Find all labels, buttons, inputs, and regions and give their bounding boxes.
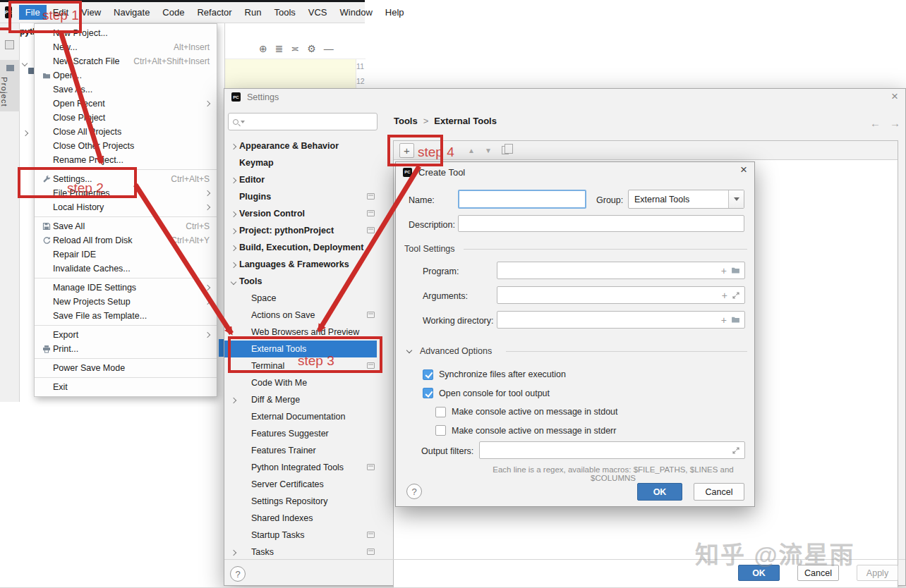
checkbox-row-make-console-active-on-message-in-stdout[interactable]: Make console active on message in stdout (435, 403, 726, 422)
chevron-right-icon[interactable] (230, 547, 237, 557)
menubar-item-vcs[interactable]: VCS (302, 5, 334, 20)
tool-window-icon[interactable] (5, 40, 14, 49)
settings-tree-item-features-trainer[interactable]: Features Trainer (224, 442, 382, 459)
output-filters-input[interactable] (481, 443, 716, 457)
create-tool-title-bar[interactable]: PC Create Tool × (396, 162, 754, 182)
settings-tree-item-tasks[interactable]: Tasks (224, 544, 382, 561)
menu-item-save-as[interactable]: Save As... (35, 82, 217, 97)
menu-item-close-other-projects[interactable]: Close Other Projects (35, 139, 217, 153)
checkbox-checked-icon[interactable] (423, 369, 433, 380)
chevron-right-icon[interactable] (230, 226, 237, 235)
arguments-field[interactable]: + (497, 286, 745, 304)
menu-item-save-file-as-template[interactable]: Save File as Template... (35, 309, 217, 323)
menubar-item-tools[interactable]: Tools (267, 5, 301, 20)
checkbox-checked-icon[interactable] (423, 388, 433, 398)
settings-search-input[interactable] (228, 113, 378, 130)
menu-item-invalidate-caches[interactable]: Invalidate Caches... (35, 262, 217, 276)
insert-macro-icon[interactable]: + (721, 265, 727, 276)
menu-item-exit[interactable]: Exit (35, 380, 217, 394)
chevron-right-icon[interactable] (23, 130, 28, 136)
chevron-right-icon[interactable] (230, 243, 237, 252)
arguments-input[interactable] (499, 288, 716, 302)
copy-icon[interactable] (502, 146, 509, 154)
menu-item-manage-ide-settings[interactable]: Manage IDE Settings (35, 281, 217, 295)
add-tool-button[interactable]: + (399, 143, 414, 158)
settings-tree-item-python-integrated-tools[interactable]: Python Integrated Tools (224, 459, 382, 476)
settings-tree-item-languages-frameworks[interactable]: Languages & Frameworks (224, 256, 382, 273)
cancel-button[interactable]: Cancel (694, 483, 744, 501)
settings-tree-item-server-certificates[interactable]: Server Certificates (224, 476, 382, 493)
menubar-item-navigate[interactable]: Navigate (107, 5, 156, 20)
settings-tree-item-tools[interactable]: Tools (224, 273, 382, 290)
menu-item-new-projects-setup[interactable]: New Projects Setup (35, 295, 217, 309)
advanced-options-collapse-icon[interactable] (406, 348, 412, 353)
forward-arrow-icon[interactable]: → (890, 117, 900, 129)
settings-tree-item-version-control[interactable]: Version Control (224, 205, 382, 222)
insert-macro-icon[interactable]: + (721, 314, 727, 326)
output-filters-field[interactable] (479, 441, 745, 459)
checkbox-row-make-console-active-on-message-in-stderr[interactable]: Make console active on message in stderr (435, 422, 726, 441)
menubar-item-view[interactable]: View (75, 5, 107, 20)
settings-tree-item-features-suggester[interactable]: Features Suggester (224, 425, 382, 442)
menubar-item-refactor[interactable]: Refactor (191, 5, 238, 20)
settings-tree-item-actions-on-save[interactable]: Actions on Save (224, 307, 382, 324)
menu-item-repair-ide[interactable]: Repair IDE (35, 247, 217, 262)
settings-tree-item-editor[interactable]: Editor (224, 171, 382, 188)
description-input[interactable] (460, 217, 741, 230)
move-up-icon[interactable]: ▲ (468, 147, 475, 154)
menu-item-local-history[interactable]: Local History (35, 200, 217, 214)
menu-item-new[interactable]: New...Alt+Insert (35, 40, 217, 54)
settings-tree-item-external-documentation[interactable]: External Documentation (224, 408, 382, 425)
settings-tree-item-startup-tasks[interactable]: Startup Tasks (224, 527, 382, 544)
ok-button[interactable]: OK (738, 565, 780, 581)
menu-item-export[interactable]: Export (35, 328, 217, 342)
settings-tree-item-diff-merge[interactable]: Diff & Merge (224, 391, 382, 408)
menu-item-rename-project[interactable]: Rename Project... (35, 153, 217, 167)
help-button[interactable]: ? (230, 566, 246, 582)
menu-item-new-scratch-file[interactable]: New Scratch FileCtrl+Alt+Shift+Insert (35, 54, 217, 68)
menubar-item-file[interactable]: File (19, 5, 47, 20)
settings-tree-item-appearance-behavior[interactable]: Appearance & Behavior (224, 137, 382, 154)
chevron-right-icon[interactable] (230, 141, 237, 151)
menu-item-open-recent[interactable]: Open Recent (35, 97, 217, 111)
menu-item-file-properties[interactable]: File Properties (35, 186, 217, 200)
settings-tree-item-shared-indexes[interactable]: Shared Indexes (224, 510, 382, 527)
collapse-all-icon[interactable]: ≍ (291, 43, 299, 54)
settings-tree-item-project-pythonproject[interactable]: Project: pythonProject (224, 222, 382, 239)
menu-item-new-project[interactable]: New Project... (35, 26, 217, 40)
advanced-options-section-label[interactable]: Advanced Options (420, 346, 492, 356)
checkbox-unchecked-icon[interactable] (435, 407, 446, 417)
project-tool-window-tab[interactable]: Project (0, 60, 20, 111)
menu-item-settings[interactable]: Settings...Ctrl+Alt+S (35, 172, 217, 186)
settings-tree-item-plugins[interactable]: Plugins (224, 188, 382, 205)
settings-tree-item-build-execution-deployment[interactable]: Build, Execution, Deployment (224, 239, 382, 256)
gear-icon[interactable]: ⚙ (307, 43, 316, 54)
group-combobox[interactable]: External Tools (628, 190, 744, 209)
close-icon[interactable]: × (740, 163, 747, 177)
chevron-right-icon[interactable] (230, 259, 237, 269)
menu-item-print[interactable]: Print... (35, 342, 217, 356)
checkbox-row-open-console-for-tool-output[interactable]: Open console for tool output (423, 384, 726, 403)
apply-button[interactable]: Apply (857, 565, 898, 581)
settings-tree-item-space[interactable]: Space (224, 290, 382, 307)
checkbox-unchecked-icon[interactable] (435, 425, 446, 436)
menu-item-save-all[interactable]: Save AllCtrl+S (35, 219, 217, 233)
menu-item-open[interactable]: Open... (35, 68, 217, 82)
chevron-down-icon[interactable] (230, 276, 237, 286)
settings-tree-item-external-tools[interactable]: External Tools (224, 341, 377, 357)
menubar-item-code[interactable]: Code (156, 5, 191, 20)
menubar-item-edit[interactable]: Edit (47, 5, 75, 20)
expand-all-icon[interactable]: ≣ (275, 43, 284, 54)
locate-icon[interactable]: ⊕ (259, 43, 267, 54)
chevron-right-icon[interactable] (230, 395, 237, 405)
name-input[interactable] (461, 192, 582, 206)
insert-macro-icon[interactable]: + (722, 290, 727, 301)
back-arrow-icon[interactable]: ← (870, 117, 881, 129)
breadcrumb-section[interactable]: Tools (394, 116, 418, 126)
cancel-button[interactable]: Cancel (797, 565, 839, 581)
ok-button[interactable]: OK (637, 483, 682, 501)
menubar-item-help[interactable]: Help (379, 5, 411, 20)
name-field[interactable] (458, 190, 586, 209)
settings-tree-item-settings-repository[interactable]: Settings Repository (224, 493, 382, 510)
chevron-right-icon[interactable] (230, 175, 237, 185)
